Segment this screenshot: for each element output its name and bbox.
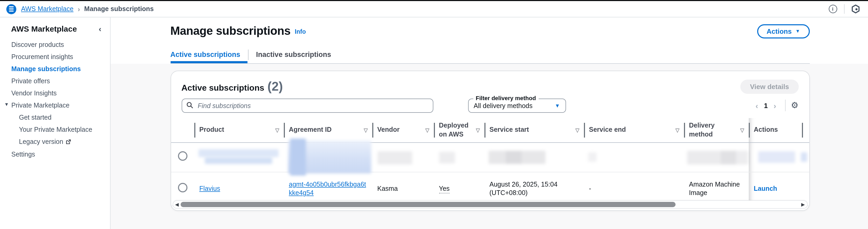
active-subscriptions-panel: Active subscriptions (2) View details Fi… <box>170 70 810 211</box>
overflow-cell-redacted <box>802 143 809 172</box>
subscriptions-table: Product▽ Agreement ID▽ Vendor▽ Deployed … <box>171 118 809 206</box>
sidebar-collapse-icon[interactable]: ‹ <box>99 25 101 33</box>
sidebar-item-procurement-insights[interactable]: Procurement insights <box>0 51 110 63</box>
column-header-actions: Actions <box>748 118 802 143</box>
column-header-service-start[interactable]: Service start▽ <box>484 118 584 143</box>
caret-down-icon[interactable]: ▼ <box>4 102 9 107</box>
breadcrumb-current-page: Manage subscriptions <box>84 5 154 13</box>
page-title: Manage subscriptions <box>170 24 291 38</box>
table-header-row: Product▽ Agreement ID▽ Vendor▽ Deployed … <box>171 118 809 143</box>
caret-down-icon: ▼ <box>555 103 560 109</box>
info-link[interactable]: Info <box>295 28 306 35</box>
external-link-icon <box>66 138 71 146</box>
scroll-left-arrow-icon[interactable]: ◀ <box>173 202 181 207</box>
current-page-number: 1 <box>764 102 768 109</box>
row-radio-button[interactable] <box>178 183 187 192</box>
sidebar-item-private-marketplace[interactable]: ▼ Private Marketplace <box>0 99 110 111</box>
view-details-button[interactable]: View details <box>741 79 799 93</box>
scroll-right-arrow-icon[interactable]: ▶ <box>799 202 807 207</box>
agreement-cell-redacted <box>283 143 372 172</box>
sidebar-item-manage-subscriptions[interactable]: Manage subscriptions <box>0 63 110 75</box>
filter-funnel-icon[interactable]: ▽ <box>364 126 368 134</box>
launch-link[interactable]: Launch <box>754 185 777 192</box>
sidebar-item-vendor-insights[interactable]: Vendor Insights <box>0 87 110 99</box>
info-icon[interactable]: i <box>827 3 839 15</box>
sidebar-item-legacy-version[interactable]: Legacy version <box>0 136 110 148</box>
actions-cell-redacted <box>748 143 802 172</box>
sidebar-item-get-started[interactable]: Get started <box>0 111 110 123</box>
table-preferences-gear-icon[interactable]: ⚙ <box>791 101 799 110</box>
product-cell-redacted <box>194 143 283 172</box>
filter-funnel-icon[interactable]: ▽ <box>275 126 279 134</box>
main-content: Manage subscriptions Info Actions ▼ Acti… <box>110 18 868 229</box>
filter-selected-value: All delivery methods <box>474 102 533 109</box>
tab-bar: Active subscriptions Inactive subscripti… <box>170 48 810 64</box>
agreement-id-link[interactable]: agmt-4o05b0ubr56fkbga6tkke4g54 <box>289 181 366 197</box>
panel-count: (2) <box>268 79 283 94</box>
sidebar-title: AWS Marketplace <box>11 24 77 33</box>
actions-button[interactable]: Actions ▼ <box>757 24 810 38</box>
row-select-cell <box>171 143 194 172</box>
topbar-divider <box>844 4 844 14</box>
hamburger-menu-icon[interactable] <box>6 4 16 14</box>
app-root: AWS Marketplace › Manage subscriptions i… <box>0 0 868 229</box>
column-header-delivery-method[interactable]: Delivery method▽ <box>684 118 748 143</box>
content-header: Manage subscriptions Info Actions ▼ Acti… <box>110 18 868 64</box>
table-row-redacted[interactable] <box>171 143 809 172</box>
amazon-q-icon[interactable] <box>849 3 862 15</box>
service-start-cell-redacted <box>484 143 584 172</box>
filter-funnel-icon[interactable]: ▽ <box>476 126 480 134</box>
filter-funnel-icon[interactable]: ▽ <box>740 126 744 134</box>
content-body: Active subscriptions (2) View details Fi… <box>110 64 868 211</box>
service-end-cell-redacted <box>584 143 684 172</box>
deployed-cell-redacted <box>434 143 484 172</box>
previous-page-icon[interactable]: ‹ <box>752 102 762 109</box>
pagination: ‹ 1 › ⚙ <box>752 99 799 111</box>
breadcrumb-aws-marketplace-link[interactable]: AWS Marketplace <box>21 5 73 13</box>
filter-funnel-icon[interactable]: ▽ <box>676 126 680 134</box>
select-all-header <box>171 118 194 143</box>
filter-label: Filter delivery method <box>473 95 539 101</box>
scrollbar-thumb[interactable] <box>181 202 676 207</box>
sidebar-item-your-private-marketplace[interactable]: Your Private Marketplace <box>0 123 110 136</box>
row-radio-button[interactable] <box>178 151 187 161</box>
table-toolbar: Filter delivery method All delivery meth… <box>171 94 809 117</box>
search-input[interactable] <box>197 102 428 110</box>
product-link[interactable]: Flavius <box>199 185 220 192</box>
column-header-product[interactable]: Product▽ <box>194 118 283 143</box>
deployed-on-aws-value[interactable]: Yes <box>439 185 450 194</box>
column-header-vendor[interactable]: Vendor▽ <box>372 118 434 143</box>
vendor-cell-redacted <box>372 143 434 172</box>
search-box <box>181 98 433 113</box>
tab-inactive-subscriptions[interactable]: Inactive subscriptions <box>248 48 339 63</box>
sidebar-item-discover-products[interactable]: Discover products <box>0 38 110 51</box>
caret-down-icon: ▼ <box>795 29 800 34</box>
next-page-icon[interactable]: › <box>770 102 780 109</box>
tab-active-subscriptions[interactable]: Active subscriptions <box>170 48 248 63</box>
column-header-service-end[interactable]: Service end▽ <box>584 118 684 143</box>
side-navigation: AWS Marketplace ‹ Discover products Proc… <box>0 18 110 229</box>
top-navigation-bar: AWS Marketplace › Manage subscriptions i <box>0 1 868 18</box>
column-header-deployed-on-aws[interactable]: Deployed on AWS▽ <box>434 118 484 143</box>
column-header-overflow <box>802 118 809 143</box>
sidebar-item-list: Discover products Procurement insights M… <box>0 38 110 160</box>
panel-title: Active subscriptions (2) <box>181 79 283 94</box>
delivery-method-filter[interactable]: Filter delivery method All delivery meth… <box>468 98 566 113</box>
search-icon <box>186 101 193 110</box>
delivery-cell-redacted <box>684 143 748 172</box>
filter-funnel-icon[interactable]: ▽ <box>426 126 429 134</box>
filter-funnel-icon[interactable]: ▽ <box>576 126 580 134</box>
sidebar-item-private-offers[interactable]: Private offers <box>0 75 110 87</box>
horizontal-scrollbar[interactable]: ◀ ▶ <box>173 200 807 209</box>
breadcrumb-separator-icon: › <box>78 5 80 13</box>
sidebar-item-settings[interactable]: Settings <box>0 148 110 160</box>
